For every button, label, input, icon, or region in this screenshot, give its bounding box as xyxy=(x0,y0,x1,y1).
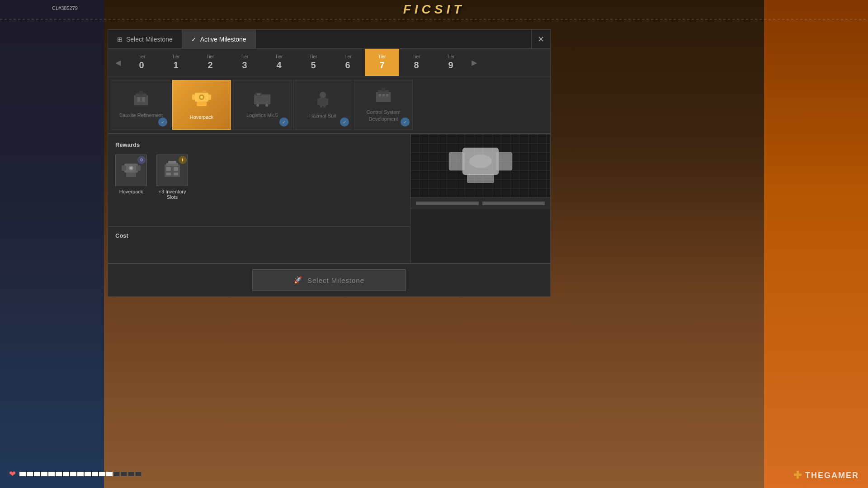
svg-rect-38 xyxy=(174,167,178,171)
svg-rect-40 xyxy=(174,173,178,175)
milestone-dialog: ⊞ Select Milestone ✓ Active Milestone ✕ … xyxy=(108,29,551,297)
select-milestone-button[interactable]: 🚀 Select Milestone xyxy=(252,269,406,291)
svg-point-46 xyxy=(469,155,492,168)
health-segment-empty-2 xyxy=(128,472,134,476)
svg-point-15 xyxy=(265,104,268,107)
tab-select-milestone[interactable]: ⊞ Select Milestone xyxy=(108,30,182,48)
bottom-hud: ❤ xyxy=(9,469,142,479)
svg-point-33 xyxy=(130,167,132,169)
svg-rect-39 xyxy=(166,173,171,175)
logistics-icon xyxy=(253,91,271,109)
select-milestone-btn-label: Select Milestone xyxy=(307,277,364,284)
hoverpack-reward-label: Hoverpack xyxy=(119,189,143,194)
health-heart-icon: ❤ xyxy=(9,469,16,479)
top-decorative-line xyxy=(0,19,868,19)
milestone-hazmat[interactable]: Hazmat Suit ✓ xyxy=(293,80,352,130)
svg-point-16 xyxy=(320,92,326,98)
health-segment-9 xyxy=(85,472,91,476)
rewards-title: Rewards xyxy=(115,141,403,148)
hoverpack-reward-badge: ⚙ xyxy=(137,156,146,164)
svg-point-14 xyxy=(256,104,259,107)
tier-btn-3[interactable]: Tier 3 xyxy=(227,49,262,76)
build-version: CL#385279 xyxy=(52,5,78,11)
inventory-reward-label: +3 Inventory Slots xyxy=(154,189,190,200)
svg-rect-27 xyxy=(386,94,388,96)
bauxite-label: Bauxite Refinement xyxy=(119,112,163,118)
tier-btn-2[interactable]: Tier 2 xyxy=(193,49,227,76)
preview-bottom-area xyxy=(410,209,550,263)
watermark-text: THEGAMER xyxy=(805,471,859,480)
svg-rect-7 xyxy=(207,94,211,100)
svg-rect-19 xyxy=(325,99,328,105)
svg-rect-20 xyxy=(320,106,322,108)
milestone-logistics[interactable]: Logistics Mk.5 ✓ xyxy=(233,80,292,130)
svg-rect-43 xyxy=(496,152,512,170)
svg-rect-2 xyxy=(139,91,143,94)
svg-rect-24 xyxy=(382,88,385,91)
milestone-items-row: Bauxite Refinement ✓ Hoverpack xyxy=(108,76,550,134)
checkmark-icon: ✓ xyxy=(191,36,197,43)
rewards-grid: ⚙ Hoverpack xyxy=(115,155,403,200)
svg-rect-30 xyxy=(136,165,141,171)
health-segment-empty-1 xyxy=(121,472,127,476)
watermark: ✚ THEGAMER xyxy=(793,469,859,481)
tier-next-arrow[interactable]: ▶ xyxy=(468,49,481,76)
control-system-checkmark: ✓ xyxy=(401,117,410,127)
health-segment-3 xyxy=(41,472,47,476)
health-segment-0 xyxy=(19,472,26,476)
reward-hoverpack: ⚙ Hoverpack xyxy=(115,155,147,200)
reward-inventory-box: ⬆ xyxy=(156,155,188,186)
svg-rect-8 xyxy=(197,102,207,106)
milestone-hoverpack[interactable]: Hoverpack xyxy=(172,80,231,130)
dialog-titlebar: ⊞ Select Milestone ✓ Active Milestone ✕ xyxy=(108,30,550,49)
reward-hoverpack-box: ⚙ xyxy=(115,155,147,186)
hoverpack-label: Hoverpack xyxy=(190,114,214,120)
health-segment-7 xyxy=(70,472,76,476)
right-panel xyxy=(410,134,550,263)
health-segment-11 xyxy=(99,472,105,476)
right-bg-panel xyxy=(764,0,868,488)
milestone-bauxite-refinement[interactable]: Bauxite Refinement ✓ xyxy=(112,80,170,130)
watermark-cross-icon: ✚ xyxy=(793,469,802,481)
svg-rect-45 xyxy=(467,174,494,183)
tier-btn-4[interactable]: Tier 4 xyxy=(262,49,296,76)
svg-rect-4 xyxy=(142,97,145,102)
svg-rect-31 xyxy=(126,173,136,177)
svg-rect-3 xyxy=(137,97,140,102)
health-segment-6 xyxy=(63,472,69,476)
tab-active-label: Active Milestone xyxy=(200,36,246,43)
svg-rect-18 xyxy=(317,99,321,105)
close-button[interactable]: ✕ xyxy=(531,30,550,48)
svg-rect-37 xyxy=(166,167,171,171)
milestone-control-system[interactable]: Control System Development ✓ xyxy=(354,80,413,130)
tier-prev-arrow[interactable]: ◀ xyxy=(112,49,124,76)
tier-btn-0[interactable]: Tier 0 xyxy=(124,49,159,76)
hoverpack-icon xyxy=(190,89,213,111)
preview-bar-2 xyxy=(482,202,545,205)
svg-rect-42 xyxy=(449,152,465,170)
bauxite-checkmark: ✓ xyxy=(158,117,167,127)
tier-btn-8[interactable]: Tier 8 xyxy=(399,49,434,76)
health-segment-empty-0 xyxy=(113,472,120,476)
tier-btn-7[interactable]: Tier 7 xyxy=(365,49,399,76)
tab-select-label: Select Milestone xyxy=(126,36,173,43)
svg-rect-6 xyxy=(192,94,197,100)
tier-btn-9[interactable]: Tier 9 xyxy=(434,49,468,76)
rewards-section: Rewards ⚙ xyxy=(108,134,410,227)
svg-rect-21 xyxy=(323,106,326,108)
tab-active-milestone[interactable]: ✓ Active Milestone xyxy=(182,30,256,48)
tier-btn-6[interactable]: Tier 6 xyxy=(330,49,365,76)
milestone-grid-icon: ⊞ xyxy=(117,36,123,43)
health-segment-12 xyxy=(106,472,113,476)
health-segment-10 xyxy=(92,472,98,476)
hazmat-label: Hazmat Suit xyxy=(309,113,336,119)
svg-point-10 xyxy=(200,96,203,99)
hazmat-checkmark: ✓ xyxy=(340,117,349,127)
health-segment-2 xyxy=(34,472,40,476)
tier-btn-1[interactable]: Tier 1 xyxy=(159,49,193,76)
tier-btn-5[interactable]: Tier 5 xyxy=(296,49,330,76)
svg-rect-13 xyxy=(257,94,260,95)
health-segment-empty-3 xyxy=(135,472,142,476)
svg-rect-36 xyxy=(168,161,176,164)
health-segment-8 xyxy=(77,472,84,476)
